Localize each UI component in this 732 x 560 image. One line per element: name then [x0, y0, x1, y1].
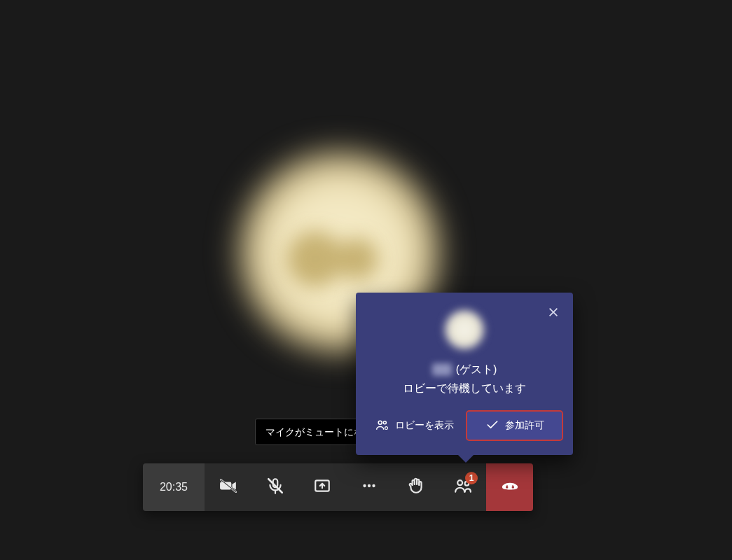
view-lobby-label: ロビーを表示 — [395, 419, 454, 432]
svg-point-1 — [383, 421, 386, 424]
share-screen-button[interactable] — [298, 463, 345, 511]
share-screen-icon — [313, 477, 331, 498]
svg-rect-14 — [506, 486, 508, 489]
lobby-notification-popup: (ゲスト) ロビーで待機しています ロビーを表示 — [356, 293, 573, 455]
participant-avatar-initials-blur — [287, 217, 385, 301]
mic-off-icon — [266, 477, 284, 498]
camera-toggle-button[interactable] — [205, 463, 251, 511]
raise-hand-icon — [407, 477, 425, 498]
svg-point-12 — [457, 480, 462, 485]
mic-toggle-button[interactable] — [251, 463, 298, 511]
admit-label: 参加許可 — [505, 419, 544, 432]
svg-point-0 — [378, 421, 382, 424]
meeting-stage: マイクがミュートにな (ゲスト) ロビーで待機しています — [0, 0, 732, 560]
hang-up-icon — [501, 477, 519, 498]
call-duration: 20:35 — [143, 463, 205, 511]
lobby-message: (ゲスト) ロビーで待機しています — [356, 360, 573, 398]
lobby-waiting-text: ロビーで待機しています — [356, 379, 573, 398]
people-add-icon — [375, 418, 389, 434]
camera-off-icon — [219, 477, 237, 498]
more-options-button[interactable] — [345, 463, 392, 511]
svg-point-9 — [363, 484, 366, 487]
participants-button[interactable]: 1 — [439, 463, 486, 511]
participants-badge: 1 — [465, 472, 478, 484]
svg-rect-15 — [511, 486, 513, 489]
close-icon[interactable] — [544, 302, 563, 322]
meeting-control-bar: 20:35 — [143, 463, 533, 511]
hang-up-button[interactable] — [486, 463, 533, 511]
check-icon — [485, 418, 499, 434]
svg-point-11 — [372, 484, 375, 487]
more-icon — [360, 477, 378, 498]
view-lobby-button[interactable]: ロビーを表示 — [367, 412, 462, 440]
raise-hand-button[interactable] — [392, 463, 439, 511]
popup-tail — [458, 455, 474, 463]
admit-button[interactable]: 参加許可 — [467, 412, 562, 440]
lobby-action-row: ロビーを表示 参加許可 — [356, 412, 573, 440]
svg-point-10 — [367, 484, 370, 487]
lobby-guest-name-redacted — [432, 363, 452, 376]
lobby-guest-avatar — [444, 309, 485, 350]
lobby-guest-suffix: (ゲスト) — [456, 360, 497, 379]
